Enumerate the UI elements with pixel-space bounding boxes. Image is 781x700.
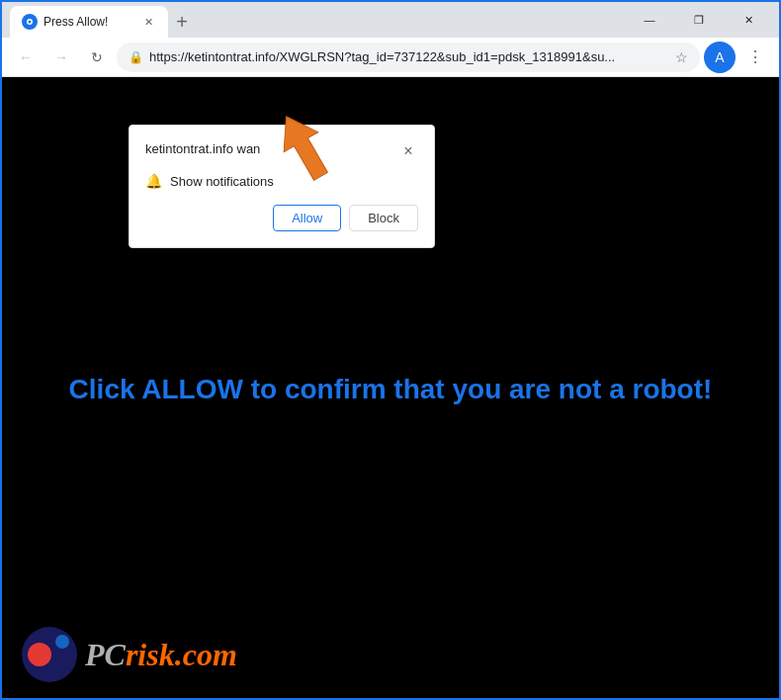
svg-point-2	[29, 21, 32, 24]
popup-notification-row: 🔔 Show notifications	[145, 173, 418, 189]
tab-close-button[interactable]: ✕	[140, 14, 156, 30]
popup-close-button[interactable]: ×	[398, 141, 418, 161]
tab-favicon	[22, 14, 38, 30]
popup-header: ketintontrat.info wan ×	[145, 141, 418, 161]
popup-buttons: Allow Block	[145, 205, 418, 231]
tab-strip: Press Allow! ✕ +	[10, 2, 619, 38]
pcrisk-dotcom-text: .com	[175, 637, 237, 672]
url-text: https://ketintontrat.info/XWGLRSN?tag_id…	[149, 49, 665, 64]
lock-icon: 🔒	[129, 50, 143, 64]
maximize-button[interactable]: ❐	[676, 2, 722, 38]
title-bar: Press Allow! ✕ + — ❐ ✕	[2, 2, 779, 38]
pcrisk-logo: PCrisk.com	[22, 627, 237, 682]
forward-button[interactable]: →	[45, 42, 77, 73]
minimize-button[interactable]: —	[627, 2, 672, 38]
pcrisk-pc-text: PC	[85, 637, 126, 672]
back-button[interactable]: ←	[10, 42, 42, 73]
new-tab-button[interactable]: +	[168, 8, 196, 36]
pcrisk-text: PCrisk.com	[85, 637, 237, 673]
bookmark-icon[interactable]: ☆	[675, 49, 688, 65]
allow-button[interactable]: Allow	[273, 205, 341, 231]
notification-popup: ketintontrat.info wan × 🔔 Show notificat…	[129, 125, 435, 248]
page-content: Click ALLOW to confirm that you are not …	[2, 77, 779, 700]
close-button[interactable]: ✕	[726, 2, 771, 38]
bell-icon: 🔔	[145, 173, 162, 189]
robot-verification-text: Click ALLOW to confirm that you are not …	[69, 374, 713, 405]
popup-title: ketintontrat.info wan	[145, 141, 260, 156]
active-tab[interactable]: Press Allow! ✕	[10, 6, 168, 38]
address-bar: ← → ↻ 🔒 https://ketintontrat.info/XWGLRS…	[2, 38, 779, 77]
pcrisk-ball-icon	[22, 627, 77, 682]
menu-button[interactable]: ⋮	[739, 42, 771, 73]
reload-button[interactable]: ↻	[81, 42, 113, 73]
notification-label: Show notifications	[170, 174, 274, 189]
window-controls: — ❐ ✕	[627, 2, 771, 38]
url-bar[interactable]: 🔒 https://ketintontrat.info/XWGLRSN?tag_…	[117, 43, 700, 72]
pcrisk-risk-text: risk	[126, 637, 175, 672]
block-button[interactable]: Block	[349, 205, 418, 231]
tab-title: Press Allow!	[43, 15, 108, 29]
profile-button[interactable]: A	[704, 42, 736, 73]
